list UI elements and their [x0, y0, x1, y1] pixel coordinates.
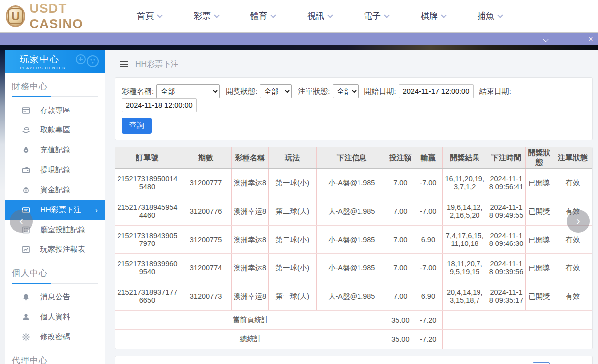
sidebar-item-玩家投注報表[interactable]: 玩家投注報表: [5, 240, 105, 259]
table-row-4: 215217318939960954031200774澳洲幸运8第一球(小)小-…: [115, 254, 592, 282]
page-summary-winloss-total: -7.20: [414, 311, 443, 330]
chevron-down-icon: [384, 12, 389, 18]
filter-panel: 彩種名稱: 全部 開獎狀態: 全部 注單狀態: 全部 開始日期: 結束日期: 查…: [115, 77, 593, 140]
table-cell: 已開獎: [526, 197, 553, 226]
logo-wordmark: USDT CASINO: [29, 1, 113, 32]
table-cell: 有效: [553, 282, 592, 311]
sidebar-item-消息公告[interactable]: 消息公告: [5, 287, 105, 307]
table-cell: 2024-11-18 09:35:17: [487, 282, 526, 311]
withdraw-hand-icon: [22, 126, 30, 134]
table-cell: 16,11,20,19,3,7,1,2: [442, 169, 487, 197]
top-navigation-bar: U USDT CASINO 首頁彩票體育視訊電子棋牌捕魚: [0, 0, 598, 32]
column-header-開獎結果: 開獎結果: [442, 147, 487, 169]
nav-item-4[interactable]: 視訊: [307, 6, 332, 26]
table-cell: -7.00: [414, 169, 443, 197]
minimize-icon: [558, 39, 563, 39]
window-close-button[interactable]: ×: [583, 33, 598, 46]
window-minimize-button[interactable]: [553, 33, 568, 46]
sidebar-item-label: 資金記錄: [40, 185, 70, 195]
usdt-casino-logo[interactable]: U USDT CASINO: [6, 1, 113, 32]
nav-item-6[interactable]: 棋牌: [421, 6, 446, 26]
grand-summary-row: 總統計 35.00 -7.20: [115, 330, 592, 349]
window-dropdown-button[interactable]: [538, 33, 553, 46]
table-cell: 2152173189399609540: [115, 254, 180, 282]
sidebar-item-取款專區[interactable]: 取款專區: [5, 120, 105, 140]
pagination-panel: 每頁顯示20條 共5条 首页 上一页 [1] 下一页 第 页 跳转: [115, 356, 593, 364]
table-cell: 7.00: [387, 254, 414, 282]
table-header-row: 訂單號期數彩種名稱玩法下注信息投注額輸贏開獎結果下注時間開獎狀態注單狀態: [115, 147, 592, 169]
page-number-input[interactable]: [533, 362, 550, 364]
table-cell: 31200776: [180, 197, 231, 226]
funds-bag-icon: [22, 186, 30, 194]
table-cell: 小-A盤@1.985: [316, 226, 387, 254]
nav-item-7[interactable]: 捕魚: [478, 6, 502, 26]
column-header-下注時間: 下注時間: [487, 147, 526, 169]
table-cell: 小-A盤@1.985: [316, 169, 387, 197]
sidebar-item-資金記錄[interactable]: 資金記錄: [5, 180, 105, 200]
start-date-input[interactable]: [399, 84, 474, 98]
table-cell: 7.00: [387, 282, 414, 311]
window-maximize-button[interactable]: [568, 33, 583, 46]
sidebar-item-個人資料[interactable]: 個人資料: [5, 307, 105, 327]
nav-item-label: 捕魚: [478, 10, 494, 22]
search-button[interactable]: 查詢: [122, 118, 152, 134]
table-cell: 31200774: [180, 254, 231, 282]
window-titlebar: ×: [0, 32, 598, 45]
table-row-5: 215217318937177665031200773澳洲幸运8第一球(大)大-…: [115, 282, 592, 311]
lottery-name-select[interactable]: 全部: [156, 84, 220, 98]
hamburger-menu-icon[interactable]: [120, 60, 128, 69]
sidebar-item-label: 個人資料: [40, 312, 70, 322]
table-cell: 澳洲幸运8: [232, 254, 269, 282]
column-header-期數: 期數: [180, 147, 231, 169]
sidebar-item-充值記錄[interactable]: 充值記錄: [5, 140, 105, 160]
nav-item-5[interactable]: 電子: [364, 6, 389, 26]
order-status-label: 注單狀態:: [298, 87, 330, 96]
end-date-input[interactable]: [122, 98, 197, 112]
nav-item-2[interactable]: 彩票: [194, 6, 219, 26]
table-cell: 第二球(小): [268, 226, 316, 254]
column-header-注單狀態: 注單狀態: [553, 147, 592, 169]
table-cell: 第一球(小): [268, 254, 316, 282]
main-menu: 首頁彩票體育視訊電子棋牌捕魚: [137, 6, 534, 26]
column-header-投注額: 投注額: [387, 147, 414, 169]
sidebar-item-label: 充值記錄: [40, 145, 70, 155]
recharge-bag-icon: [22, 146, 30, 154]
table-cell: 第一球(小): [268, 169, 316, 197]
sidebar-item-label: HH彩票下注: [40, 205, 81, 215]
bell-icon: [22, 293, 30, 301]
table-cell: 20,4,14,19,3,15,18,7: [442, 282, 487, 311]
end-date-label: 結束日期:: [479, 87, 511, 96]
table-cell: 6.90: [414, 226, 443, 254]
table-cell: 2152173189459544460: [115, 197, 180, 226]
table-cell: 有效: [553, 254, 592, 282]
decorative-dark-strip: [0, 45, 598, 50]
nav-item-label: 彩票: [194, 10, 211, 22]
nav-item-1[interactable]: 首頁: [137, 6, 162, 26]
page-title: HH彩票下注: [135, 59, 179, 70]
table-cell: 18,11,20,7,9,5,19,15: [442, 254, 487, 282]
table-cell: 31200775: [180, 226, 231, 254]
column-header-下注信息: 下注信息: [316, 147, 387, 169]
table-row-2: 215217318945954446031200776澳洲幸运8第二球(大)大-…: [115, 197, 592, 226]
table-cell: -7.00: [414, 254, 443, 282]
sidebar-section-title-2: 個人中心: [5, 259, 105, 283]
order-status-select[interactable]: 全部: [333, 84, 359, 98]
table-cell: 第一球(大): [268, 282, 316, 311]
sidebar-item-存款專區[interactable]: 存款專區: [5, 100, 105, 120]
sidebar-item-label: 取款專區: [40, 125, 70, 135]
table-cell: 小-A盤@1.985: [316, 254, 387, 282]
table-cell: 澳洲幸运8: [232, 169, 269, 197]
table-cell: 有效: [553, 169, 592, 197]
expand-right-button[interactable]: ›: [567, 210, 590, 233]
sidebar-item-提現記錄[interactable]: 提現記錄: [5, 160, 105, 180]
column-header-彩種名稱: 彩種名稱: [232, 147, 269, 169]
page-summary-empty: [442, 311, 592, 330]
draw-status-select[interactable]: 全部: [260, 84, 292, 98]
sidebar-item-label: 存款專區: [40, 106, 70, 115]
nav-item-label: 視訊: [307, 10, 324, 22]
nav-item-3[interactable]: 體育: [250, 6, 275, 26]
table-cell: 澳洲幸运8: [232, 282, 269, 311]
collapse-left-button[interactable]: ‹: [10, 210, 33, 233]
sidebar-item-修改密碼[interactable]: 修改密碼: [5, 327, 105, 347]
table-cell: 2152173189439057970: [115, 226, 180, 254]
